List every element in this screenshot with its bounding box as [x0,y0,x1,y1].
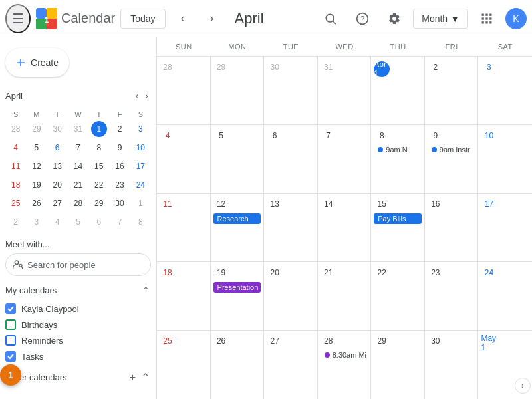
calendar-cell[interactable]: 29 [371,331,425,399]
calendar-cell[interactable]: 89am N [371,125,425,193]
calendar-cell[interactable]: 30 [425,331,479,399]
calendar-cell[interactable]: 31 [318,57,372,124]
cell-date-number[interactable]: 18 [160,265,176,281]
cell-date-number[interactable]: 28 [160,59,176,75]
calendar-cell[interactable]: 16 [425,194,479,261]
mini-cal-cell[interactable]: 4 [47,213,68,231]
mini-cal-cell[interactable]: 20 [47,176,68,194]
cell-date-number[interactable]: 31 [321,59,336,75]
mini-cal-cell[interactable]: 5 [68,213,88,231]
mini-cal-cell[interactable]: 2 [109,120,130,138]
mini-cal-cell[interactable]: 6 [88,213,109,231]
cell-date-number[interactable]: 5 [213,128,229,144]
calendar-item-birthdays[interactable]: Birthdays [5,317,151,332]
mini-cal-cell[interactable]: 13 [47,157,68,176]
mini-cal-cell[interactable]: 11 [5,157,26,176]
calendar-checkbox-reminders[interactable] [5,335,16,346]
calendar-cell[interactable]: 26 [211,331,265,399]
calendar-cell[interactable]: 20 [264,262,318,330]
mini-cal-cell[interactable]: 22 [88,176,109,194]
search-people-input[interactable]: Search for people [5,253,151,276]
calendar-cell[interactable]: 288:30am Mi [318,331,372,399]
cell-date-number[interactable]: 25 [160,333,176,349]
cell-date-number[interactable]: 20 [267,265,283,281]
mini-cal-cell[interactable]: 6 [47,138,68,157]
next-month-button[interactable]: › [200,7,224,31]
calendar-cell[interactable]: 28 [157,57,211,124]
calendar-cell[interactable]: 7 [318,125,372,193]
calendar-item-reminders[interactable]: Reminders [5,332,151,348]
calendar-item-kayla[interactable]: Kayla Claypool [5,301,151,317]
cell-date-number[interactable]: 21 [321,265,336,281]
view-selector[interactable]: Month ▼ [413,9,468,29]
apps-icon[interactable] [473,5,500,32]
calendar-cell[interactable]: 99am Instr [425,125,479,193]
calendar-cell[interactable]: 24 [478,262,532,330]
cell-date-number[interactable]: 27 [267,333,283,349]
calendar-event[interactable]: 8:30am Mi [321,350,368,360]
notification-bubble[interactable]: 1 [0,364,21,386]
calendar-cell[interactable]: 3 [478,57,532,124]
mini-cal-cell[interactable]: 14 [68,157,88,176]
calendar-checkbox-kayla[interactable] [5,303,16,314]
calendar-cell[interactable]: 21 [318,262,372,330]
cell-date-number[interactable]: 30 [267,59,283,75]
prev-month-button[interactable]: ‹ [171,7,195,31]
calendar-cell[interactable]: 14 [318,194,372,261]
calendar-cell[interactable]: 17 [478,194,532,261]
cell-date-number[interactable]: 28 [321,333,336,349]
settings-button[interactable] [381,5,408,32]
mini-cal-cell[interactable]: 7 [68,138,88,157]
search-button[interactable] [317,5,344,32]
calendar-cell[interactable]: 13 [264,194,318,261]
calendar-cell[interactable]: 15Pay Bills [371,194,425,261]
calendar-cell[interactable]: 2 [425,57,479,124]
cell-date-number[interactable]: 16 [428,196,444,212]
cell-date-number[interactable]: 4 [160,128,176,144]
help-button[interactable]: ? [349,5,376,32]
cell-date-number[interactable]: 13 [267,196,283,212]
calendar-event[interactable]: 9am N [374,145,422,154]
menu-icon[interactable]: ☰ [5,4,31,33]
calendar-item-tasks[interactable]: Tasks [5,348,151,364]
mini-cal-cell[interactable]: 8 [88,138,109,157]
mini-cal-cell[interactable]: 12 [26,157,47,176]
mini-cal-cell[interactable]: 15 [88,157,109,176]
cell-date-number[interactable]: 14 [321,196,336,212]
mini-cal-cell[interactable]: 27 [47,194,68,213]
mini-cal-cell[interactable]: 26 [26,194,47,213]
cell-date-number[interactable]: 26 [213,333,229,349]
mini-cal-cell[interactable]: 2 [5,213,26,231]
cell-date-number[interactable]: 2 [428,59,444,75]
cell-date-number[interactable]: 23 [428,265,444,281]
mini-cal-cell[interactable]: 10 [130,138,151,157]
calendar-cell[interactable]: 5 [211,125,265,193]
cell-date-number[interactable]: 30 [428,333,444,349]
cell-date-number[interactable]: 6 [267,128,283,144]
scroll-right-button[interactable]: › [515,378,531,394]
calendar-checkbox-birthdays[interactable] [5,319,16,330]
calendar-event[interactable]: Pay Bills [374,213,422,224]
cell-date-number[interactable]: 7 [321,128,336,144]
calendar-event[interactable]: Research [213,213,261,224]
cell-date-number[interactable]: 29 [213,59,229,75]
create-button[interactable]: + Create [5,48,69,77]
calendar-cell[interactable]: 10 [478,125,532,193]
calendar-event[interactable]: Presentation [213,282,261,293]
cell-date-number[interactable]: 12 [213,196,229,212]
mini-cal-cell[interactable]: 29 [88,194,109,213]
calendar-cell[interactable]: 11 [157,194,211,261]
cell-date-number[interactable]: 9 [428,128,444,144]
mini-cal-cell[interactable]: 28 [5,120,26,138]
mini-cal-cell[interactable]: 1 [130,194,151,213]
calendar-cell[interactable]: 19Presentation [211,262,265,330]
other-calendars-toggle[interactable]: ⌃ [140,370,151,385]
calendar-cell[interactable]: 12Research [211,194,265,261]
cell-date-number[interactable]: 3 [481,59,497,75]
cell-date-number[interactable]: 15 [374,196,390,212]
calendar-checkbox-tasks[interactable] [5,351,16,362]
today-button[interactable]: Today [120,9,165,29]
mini-cal-cell[interactable]: 25 [5,194,26,213]
mini-cal-cell[interactable]: 7 [109,213,130,231]
mini-cal-cell[interactable]: 18 [5,176,26,194]
